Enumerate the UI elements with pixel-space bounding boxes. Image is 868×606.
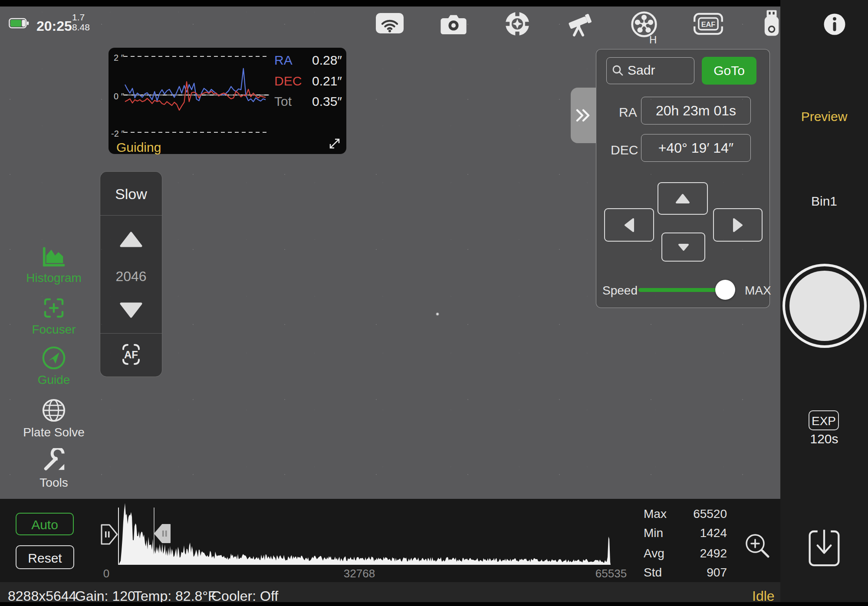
plate-solve-globe-icon <box>41 398 66 423</box>
ra-legend-label: RA <box>274 53 293 68</box>
exposure-button[interactable]: EXP <box>809 410 839 430</box>
goto-button[interactable]: GoTo <box>702 57 756 85</box>
slew-speed-label: Speed <box>602 284 638 298</box>
grid-label-2arcsec: 2 ″ <box>114 53 124 63</box>
reset-stretch-button[interactable]: Reset <box>16 545 74 569</box>
info-button[interactable] <box>822 12 847 36</box>
app-screen: 20:25 1.7 8.48 <box>0 0 868 606</box>
ra-field-label: RA <box>619 105 637 120</box>
sidebar-item-label: Plate Solve <box>15 426 93 439</box>
focuser-icon <box>42 296 66 320</box>
focuser-speed-button[interactable]: Slow <box>100 186 162 203</box>
guide-scope-button[interactable] <box>504 11 530 37</box>
slew-right-button[interactable] <box>713 208 763 242</box>
speed-slider-knob[interactable] <box>715 280 735 300</box>
guiding-graph-panel[interactable]: 2 ″ 0 ″ -2 ″ RA 0.28″ DEC 0.21″ Tot 0.35… <box>108 48 346 154</box>
black-point-slider[interactable] <box>99 523 120 546</box>
total-rms-value: 0.35″ <box>312 94 342 109</box>
autofocus-button[interactable]: AF <box>117 342 145 367</box>
histogram-plot <box>100 499 629 570</box>
wifi-station-button[interactable] <box>376 13 404 34</box>
arrow-down-icon <box>678 243 689 251</box>
battery-icon <box>9 17 30 29</box>
target-search-field[interactable]: Sadr <box>606 57 694 84</box>
sidebar-item-histogram[interactable]: Histogram <box>15 244 93 285</box>
shutter-button-inner <box>789 271 860 341</box>
telescope-button[interactable] <box>565 10 595 37</box>
stat-label: Min <box>644 526 663 540</box>
stat-label: Avg <box>644 547 664 560</box>
dec-field-label: DEC <box>611 143 638 157</box>
panel-collapse-tab[interactable] <box>571 88 596 143</box>
legend-dec-row: DEC 0.21″ <box>274 74 342 88</box>
slew-up-button[interactable] <box>658 182 708 215</box>
exposure-time-value: 120s <box>780 432 868 446</box>
bottom-letterbox <box>0 602 868 606</box>
stat-value: 1424 <box>700 526 727 540</box>
sidebar-item-label: Histogram <box>15 271 93 285</box>
grid-label-neg2arcsec: -2 ″ <box>111 129 124 139</box>
histogram-icon <box>41 244 66 269</box>
stat-label: Std <box>644 566 662 580</box>
eaf-focuser-button[interactable]: EAF <box>693 13 723 35</box>
binning-label[interactable]: Bin1 <box>780 194 868 209</box>
stat-row-min: Min 1424 <box>644 526 727 540</box>
dec-rms-value: 0.21″ <box>312 74 342 88</box>
star-highlight <box>436 312 439 316</box>
white-point-slider[interactable] <box>152 523 173 544</box>
connection-stats: 1.7 8.48 <box>72 12 90 32</box>
svg-text:EAF: EAF <box>701 20 716 28</box>
slew-left-button[interactable] <box>604 208 654 242</box>
arrow-right-icon <box>733 218 743 233</box>
auto-stretch-button[interactable]: Auto <box>16 513 74 535</box>
sidebar-item-guide[interactable]: Guide <box>15 345 93 387</box>
search-icon <box>612 65 624 77</box>
focuser-position-value: 2046 <box>100 269 162 285</box>
camera-button[interactable] <box>441 13 467 35</box>
download-button[interactable] <box>807 527 842 570</box>
tools-wrench-icon <box>41 448 66 473</box>
stat-bottom: 8.48 <box>72 22 90 32</box>
capture-mode-label[interactable]: Preview <box>780 109 868 124</box>
target-search-value: Sadr <box>628 58 655 83</box>
focuser-control-panel: Slow 2046 AF <box>100 171 162 377</box>
focuser-step-up-button[interactable] <box>120 232 142 247</box>
x-tick-0: 0 <box>103 567 109 580</box>
arrow-up-icon <box>675 193 690 204</box>
stat-value: 907 <box>707 566 727 580</box>
slew-down-button[interactable] <box>661 233 705 262</box>
sidebar-item-tools[interactable]: Tools <box>15 448 93 490</box>
stat-top: 1.7 <box>72 12 90 22</box>
chevrons-right-icon <box>575 106 592 124</box>
stat-value: 65520 <box>693 507 727 521</box>
filter-position-label: H <box>649 34 657 46</box>
divider <box>100 333 162 334</box>
dec-legend-label: DEC <box>274 74 302 88</box>
stat-value: 2492 <box>700 547 727 560</box>
af-label: AF <box>124 349 138 360</box>
capture-sidebar: Preview Bin1 EXP 120s <box>780 0 868 606</box>
speed-max-label: MAX <box>745 284 771 298</box>
speed-slider-track[interactable] <box>638 288 728 292</box>
legend-total-row: Tot 0.35″ <box>274 94 342 109</box>
expand-icon[interactable] <box>328 137 341 150</box>
dec-coordinate-field[interactable]: +40° 19′ 14″ <box>641 134 751 162</box>
legend-ra-row: RA 0.28″ <box>274 53 342 68</box>
focuser-step-down-button[interactable] <box>120 302 142 318</box>
x-tick-max: 65535 <box>595 567 627 580</box>
sidebar-item-label: Tools <box>15 476 93 490</box>
shutter-button[interactable] <box>783 264 867 348</box>
sidebar-item-label: Guide <box>15 373 93 387</box>
sidebar-item-focuser[interactable]: Focuser <box>15 296 93 337</box>
divider <box>100 215 162 216</box>
goto-mount-panel: Sadr GoTo RA 20h 23m 01s DEC +40° 19′ 14… <box>596 49 770 308</box>
arrow-left-icon <box>624 218 635 233</box>
ra-rms-value: 0.28″ <box>312 53 342 68</box>
clock: 20:25 <box>36 18 72 34</box>
x-tick-mid: 32768 <box>344 567 375 580</box>
ra-coordinate-field[interactable]: 20h 23m 01s <box>641 97 751 124</box>
sidebar-item-plate-solve[interactable]: Plate Solve <box>15 398 93 439</box>
zoom-in-button[interactable] <box>743 532 771 560</box>
usb-storage-button[interactable] <box>763 10 781 36</box>
stat-row-avg: Avg 2492 <box>644 547 727 560</box>
